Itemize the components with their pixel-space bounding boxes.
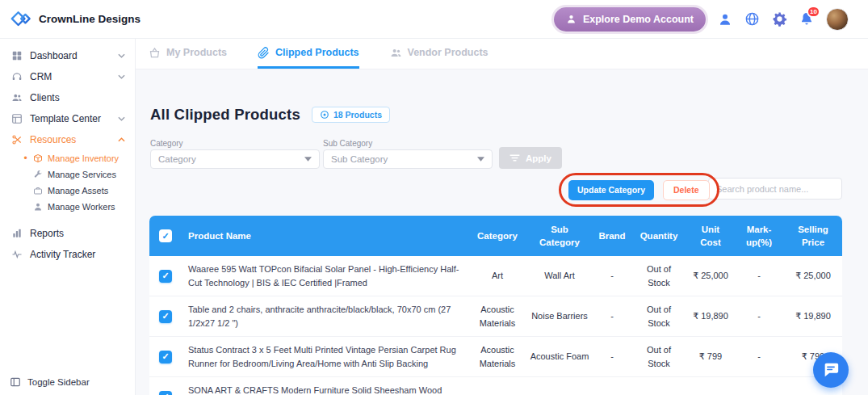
selling-price-cell: ₹ 19,890 — [784, 296, 842, 337]
product-name-cell: Table and 2 chairs, anthracite anthracit… — [182, 296, 469, 337]
update-category-button[interactable]: Update Category — [568, 180, 654, 200]
column-header-brand: Brand — [593, 216, 631, 256]
toggle-sidebar-label: Toggle Sidebar — [27, 377, 90, 387]
sidebar-item-label: Clients — [30, 92, 60, 103]
chat-widget-button[interactable] — [813, 352, 849, 388]
check-icon: ✓ — [161, 312, 169, 321]
pulse-icon — [11, 249, 23, 260]
chevron-down-icon — [477, 157, 484, 162]
sidebar-item-clients[interactable]: Clients — [0, 87, 135, 108]
tab-my-products[interactable]: My Products — [149, 39, 227, 69]
headset-icon — [11, 71, 23, 82]
sidebar-item-label: Dashboard — [30, 50, 78, 61]
row-checkbox[interactable]: ✓ — [159, 391, 172, 395]
mark-up-cell: - — [734, 296, 784, 337]
select-all-checkbox[interactable]: ✓ — [159, 229, 172, 242]
chevron-up-icon — [118, 137, 125, 142]
globe-icon — [744, 11, 760, 27]
sidebar-item-manage-workers[interactable]: Manage Workers — [0, 199, 135, 215]
sub-category-cell: Wall Art — [526, 256, 593, 296]
gear-icon — [772, 11, 787, 27]
settings-button[interactable] — [772, 11, 787, 27]
sidebar-item-reports[interactable]: Reports — [0, 223, 135, 244]
quantity-cell: Out of Stock — [631, 337, 687, 377]
apply-filter-button[interactable]: Apply — [499, 147, 562, 169]
brand-cell: - — [593, 296, 631, 337]
sidebar-item-manage-inventory[interactable]: • Manage Inventory — [0, 150, 135, 166]
sub-category-select[interactable]: Sub Category — [323, 149, 493, 169]
products-table: ✓ Product Name Category Sub Category Bra… — [149, 216, 842, 395]
toggle-sidebar-button[interactable]: Toggle Sidebar — [10, 376, 90, 388]
people-icon — [11, 92, 23, 103]
quantity-cell: Out of Stock — [631, 296, 687, 337]
brand-cell: - — [593, 337, 631, 377]
tab-label: Vendor Products — [408, 47, 489, 58]
sidebar-item-label: Reports — [30, 228, 64, 239]
tab-vendor-products[interactable]: Vendor Products — [390, 39, 489, 69]
notifications-button[interactable]: 10 — [799, 11, 814, 27]
sidebar-item-label: Activity Tracker — [30, 249, 95, 260]
category-select-value: Category — [158, 154, 196, 164]
sidebar-item-template-center[interactable]: Template Center — [0, 108, 135, 129]
tab-label: Clipped Products — [275, 47, 359, 58]
column-header-selling-price: Selling Price — [784, 216, 842, 256]
people-icon — [390, 47, 402, 59]
sidebar-item-crm[interactable]: CRM — [0, 66, 135, 87]
explore-demo-account-button[interactable]: Explore Demo Account — [554, 7, 706, 32]
sidebar-item-manage-services[interactable]: Manage Services — [0, 166, 135, 183]
sub-category-cell: Noise Barriers — [526, 296, 593, 337]
mark-up-cell — [734, 377, 784, 395]
chevron-down-icon — [118, 74, 125, 79]
brand[interactable]: CrownLine Designs — [0, 8, 140, 31]
search-input[interactable] — [708, 178, 842, 200]
unit-cost-cell — [687, 377, 734, 395]
dashboard-grid-icon — [11, 50, 23, 61]
check-icon: ✓ — [161, 271, 169, 280]
language-globe-button[interactable] — [744, 11, 760, 27]
check-icon: ✓ — [161, 232, 169, 241]
sub-category-filter-label: Sub Category — [323, 139, 372, 148]
main-content: My Products Clipped Products Vendor Prod… — [136, 39, 868, 395]
user-account-button[interactable] — [718, 12, 732, 27]
page-header: All Clipped Products 18 Products — [150, 106, 390, 124]
category-cell — [469, 377, 526, 395]
bar-chart-icon — [11, 228, 23, 239]
worker-icon — [33, 202, 43, 212]
sidebar-item-resources[interactable]: Resources — [0, 129, 135, 150]
delete-button[interactable]: Delete — [663, 180, 710, 200]
sidebar-item-manage-assets[interactable]: Manage Assets — [0, 183, 135, 199]
category-select[interactable]: Category — [150, 149, 320, 169]
tab-bar: My Products Clipped Products Vendor Prod… — [136, 39, 868, 69]
sidebar-item-label: Template Center — [30, 113, 101, 124]
row-checkbox[interactable]: ✓ — [159, 270, 172, 283]
sidebar-item-dashboard[interactable]: Dashboard — [0, 45, 135, 66]
category-cell: Acoustic Materials — [469, 337, 526, 377]
quantity-cell: Out of Stock — [631, 256, 687, 296]
tab-label: My Products — [166, 47, 227, 58]
selling-price-cell: ₹ 25,000 — [784, 256, 842, 296]
column-header-sub-category: Sub Category — [526, 216, 593, 256]
paperclip-icon — [258, 47, 270, 59]
notification-count-badge: 10 — [807, 6, 820, 18]
row-checkbox[interactable]: ✓ — [159, 310, 172, 323]
product-name-cell: SONA ART & CRAFTS Modern Furniture Solid… — [182, 377, 469, 395]
table-row: ✓ SONA ART & CRAFTS Modern Furniture Sol… — [149, 377, 842, 395]
template-icon — [11, 113, 23, 124]
annotation-highlight: Update Category Delete — [559, 173, 719, 207]
sidebar-item-activity-tracker[interactable]: Activity Tracker — [0, 244, 135, 265]
table-header-row: ✓ Product Name Category Sub Category Bra… — [149, 216, 842, 256]
product-count-badge: 18 Products — [312, 107, 390, 123]
sub-category-cell: Acoustic Foam — [526, 337, 593, 377]
table-row: ✓ Status Contract 3 x 5 Feet Multi Print… — [149, 337, 842, 377]
check-icon: ✓ — [161, 352, 169, 361]
row-checkbox[interactable]: ✓ — [159, 351, 172, 363]
sidebar-item-label: Manage Services — [48, 170, 116, 179]
apply-button-label: Apply — [526, 153, 551, 163]
column-header-mark-up: Mark-up(%) — [734, 216, 784, 256]
product-count-label: 18 Products — [333, 110, 382, 120]
person-icon — [718, 12, 732, 27]
tab-clipped-products[interactable]: Clipped Products — [258, 39, 359, 69]
user-avatar[interactable] — [826, 8, 849, 31]
table-row: ✓ Table and 2 chairs, anthracite anthrac… — [149, 296, 842, 337]
top-bar: CrownLine Designs Explore Demo Account — [0, 0, 868, 39]
